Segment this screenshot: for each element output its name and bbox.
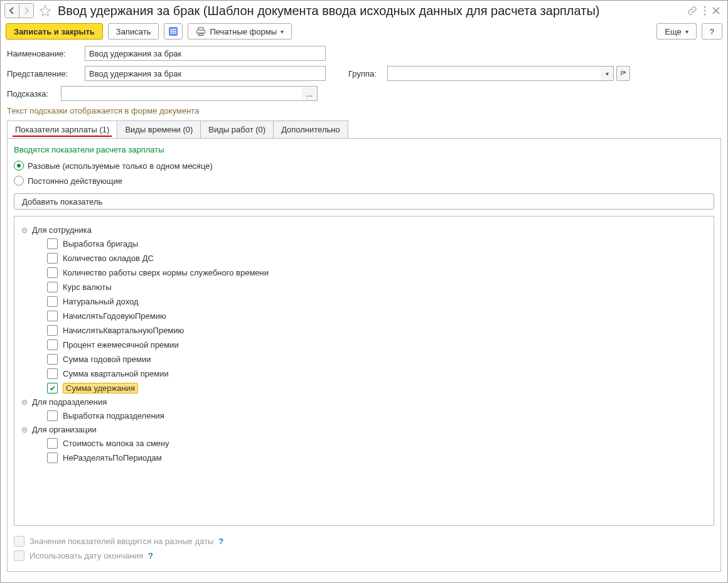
row-hint: Подсказка: ... bbox=[7, 86, 721, 101]
indicator-label: Курс валюты bbox=[63, 282, 112, 292]
indicator-checkbox[interactable] bbox=[47, 267, 58, 278]
tab-time-types[interactable]: Виды времени (0) bbox=[117, 120, 201, 138]
svg-point-2 bbox=[704, 14, 706, 16]
help-icon[interactable]: ? bbox=[148, 551, 153, 560]
indicator-label: Количество работы сверх нормы служебного… bbox=[63, 268, 269, 277]
indicator-label: Стоимость молока за смену bbox=[63, 439, 169, 448]
tree-item[interactable]: Количество работы сверх нормы служебного… bbox=[47, 267, 707, 278]
collapse-icon[interactable] bbox=[21, 398, 28, 406]
tabs: Показатели зарплаты (1) Виды времени (0)… bbox=[7, 120, 721, 139]
favorite-star-icon[interactable] bbox=[39, 4, 51, 17]
svg-rect-5 bbox=[170, 31, 176, 32]
indicator-checkbox[interactable] bbox=[47, 340, 58, 350]
tree-item[interactable]: Сумма удержания bbox=[47, 383, 707, 393]
indicator-tree: Для сотрудникаВыработка бригадыКоличеств… bbox=[14, 216, 714, 526]
window-title: Ввод удержания за брак (Шаблон документа… bbox=[56, 4, 685, 18]
tree-item[interactable]: Сумма годовой премии bbox=[47, 354, 707, 365]
hint-caption: Текст подсказки отображается в форме док… bbox=[7, 106, 721, 115]
tree-item[interactable]: Выработка подразделения bbox=[47, 410, 707, 421]
tree-item[interactable]: Сумма квартальной премии bbox=[47, 368, 707, 379]
indicator-label: Сумма годовой премии bbox=[63, 355, 151, 364]
tree-group[interactable]: Для организации bbox=[21, 425, 707, 434]
print-forms-button[interactable]: Печатные формы ▾ bbox=[188, 23, 292, 40]
more-button[interactable]: Еще▾ bbox=[656, 23, 696, 40]
tree-item[interactable]: Выработка бригады bbox=[47, 238, 707, 249]
indicator-checkbox[interactable] bbox=[47, 253, 58, 264]
indicator-checkbox[interactable] bbox=[47, 296, 58, 307]
indicator-label: Натуральный доход bbox=[63, 297, 139, 306]
presentation-input[interactable] bbox=[85, 66, 326, 81]
name-label: Наименование: bbox=[7, 49, 81, 58]
close-icon[interactable] bbox=[712, 7, 720, 14]
tree-item[interactable]: Процент ежемесячной премии bbox=[47, 340, 707, 350]
tree-item[interactable]: Стоимость молока за смену bbox=[47, 438, 707, 449]
name-input[interactable] bbox=[85, 46, 326, 61]
indicator-checkbox[interactable] bbox=[47, 325, 58, 336]
radio-permanent[interactable] bbox=[14, 176, 24, 186]
indicator-checkbox[interactable] bbox=[47, 410, 58, 421]
group-dropdown-button[interactable]: ▾ bbox=[601, 66, 614, 81]
indicator-checkbox[interactable] bbox=[47, 238, 58, 249]
open-external-icon bbox=[620, 70, 626, 77]
tree-group[interactable]: Для подразделения bbox=[21, 397, 707, 407]
nav-forward-button[interactable] bbox=[19, 3, 34, 18]
indicator-checkbox[interactable] bbox=[47, 311, 58, 321]
radio-once[interactable] bbox=[14, 161, 24, 171]
row-presentation: Представление: Группа: ▾ bbox=[7, 66, 721, 81]
radio-permanent-label: Постоянно действующие bbox=[28, 176, 122, 186]
indicator-checkbox[interactable] bbox=[47, 368, 58, 379]
collapse-icon[interactable] bbox=[21, 426, 28, 434]
hint-ellipsis-button[interactable]: ... bbox=[302, 86, 318, 101]
tab-content-salary: Вводятся показатели расчета зарплаты Раз… bbox=[7, 139, 721, 572]
radio-once-row[interactable]: Разовые (используемые только в одном мес… bbox=[14, 161, 714, 171]
indicator-checkbox[interactable] bbox=[47, 354, 58, 365]
indicator-label: НачислятьГодовуюПремию bbox=[63, 311, 166, 321]
svg-rect-4 bbox=[170, 29, 176, 30]
tab-salary-indicators[interactable]: Показатели зарплаты (1) bbox=[7, 120, 117, 138]
indicator-label: Сумма удержания bbox=[63, 383, 138, 393]
link-icon[interactable] bbox=[687, 6, 697, 16]
tree-group[interactable]: Для сотрудника bbox=[21, 225, 707, 235]
indicator-checkbox[interactable] bbox=[47, 452, 58, 463]
indicator-label: Процент ежемесячной премии bbox=[63, 340, 179, 350]
nav-back-button[interactable] bbox=[4, 3, 19, 18]
indicator-label: Сумма квартальной премии bbox=[63, 369, 169, 378]
help-icon[interactable]: ? bbox=[218, 537, 223, 546]
svg-rect-6 bbox=[170, 33, 176, 34]
chevron-down-icon: ▾ bbox=[685, 28, 688, 35]
indicator-label: Количество окладов ДС bbox=[63, 254, 154, 263]
indicator-label: Выработка бригады bbox=[63, 239, 138, 249]
tree-item[interactable]: НачислятьГодовуюПремию bbox=[47, 311, 707, 321]
window-root: Ввод удержания за брак (Шаблон документа… bbox=[0, 0, 728, 583]
save-and-close-button[interactable]: Записать и закрыть bbox=[6, 23, 103, 40]
radio-perm-row[interactable]: Постоянно действующие bbox=[14, 176, 714, 186]
tree-group-label: Для организации bbox=[32, 425, 97, 434]
help-button[interactable]: ? bbox=[702, 23, 722, 40]
opt-diff-dates-label: Значения показателей вводятся на разные … bbox=[29, 537, 213, 546]
kebab-menu-icon[interactable] bbox=[704, 6, 706, 16]
tree-item[interactable]: НеРазделятьПоПериодам bbox=[47, 452, 707, 463]
tree-item[interactable]: Натуральный доход bbox=[47, 296, 707, 307]
list-view-button[interactable] bbox=[164, 23, 183, 40]
tab-additional[interactable]: Дополнительно bbox=[273, 120, 348, 138]
titlebar: Ввод удержания за брак (Шаблон документа… bbox=[1, 1, 727, 21]
title-right-controls bbox=[687, 6, 720, 16]
save-button[interactable]: Записать bbox=[108, 23, 159, 40]
hint-input[interactable] bbox=[61, 86, 302, 101]
tree-item[interactable]: НачислятьКвартальнуюПремию bbox=[47, 325, 707, 336]
arrow-right-icon bbox=[23, 7, 30, 14]
indicator-checkbox[interactable] bbox=[47, 383, 58, 393]
opt-diff-dates-checkbox bbox=[14, 536, 24, 547]
tab-work-types[interactable]: Виды работ (0) bbox=[200, 120, 274, 138]
radio-once-label: Разовые (используемые только в одном мес… bbox=[28, 161, 213, 171]
collapse-icon[interactable] bbox=[21, 227, 28, 234]
group-open-button[interactable] bbox=[616, 66, 630, 81]
add-indicator-button[interactable]: Добавить показатель bbox=[14, 193, 714, 210]
group-input[interactable] bbox=[387, 66, 601, 81]
indicator-label: НачислятьКвартальнуюПремию bbox=[63, 326, 184, 335]
indicator-checkbox[interactable] bbox=[47, 282, 58, 292]
indicator-checkbox[interactable] bbox=[47, 438, 58, 449]
opt-end-date-label: Использовать дату окончания bbox=[29, 551, 143, 560]
tree-item[interactable]: Количество окладов ДС bbox=[47, 253, 707, 264]
tree-item[interactable]: Курс валюты bbox=[47, 282, 707, 292]
